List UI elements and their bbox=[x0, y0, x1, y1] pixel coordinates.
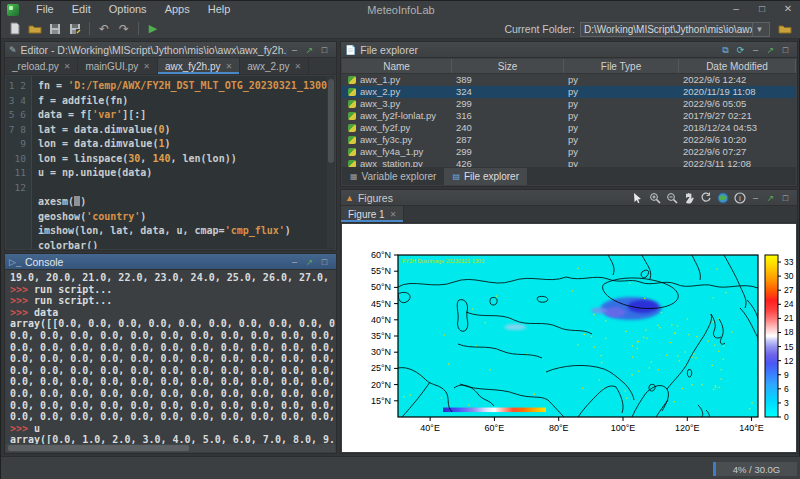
zoom-out-icon[interactable] bbox=[663, 191, 680, 205]
info-icon[interactable]: i bbox=[731, 191, 748, 205]
colorbar-tick-label: 15 bbox=[784, 342, 794, 352]
refresh-icon[interactable]: ⟳ bbox=[733, 43, 748, 57]
console-panel: ▷_ Console – ↗ □ 19.0, 20.0, 21.0, 22.0,… bbox=[4, 253, 337, 454]
cell-file-type: py bbox=[564, 134, 679, 146]
column-header-file-type[interactable]: File Type bbox=[564, 59, 679, 73]
table-row[interactable]: awx_1.py389py2022/9/6 12:42 bbox=[342, 74, 796, 86]
code-line: geoshow('country') bbox=[38, 210, 335, 225]
table-row[interactable]: awx_fy2f-lonlat.py316py2017/9/27 02:21 bbox=[342, 110, 796, 122]
cursor-icon[interactable] bbox=[629, 191, 646, 205]
cell-date-modified: 2022/9/6 10:20 bbox=[679, 134, 796, 146]
code-line: lat = data.dimvalue(0) bbox=[38, 123, 335, 138]
window-minimize-icon[interactable]: – bbox=[723, 1, 749, 19]
console-line: 0.0, 0.0, 0.0, 0.0, 0.0, 0.0, 0.0, 0.0, … bbox=[10, 342, 335, 354]
table-row[interactable]: awx_2.py324py2020/11/19 11:08 bbox=[342, 86, 796, 98]
python-file-icon bbox=[348, 148, 356, 156]
console-output[interactable]: 19.0, 20.0, 21.0, 22.0, 23.0, 24.0, 25.0… bbox=[6, 271, 335, 444]
pan-hand-icon[interactable] bbox=[680, 191, 697, 205]
menu-apps[interactable]: Apps bbox=[156, 1, 199, 19]
panel-maximize-icon[interactable]: □ bbox=[317, 255, 332, 269]
editor-tab-awx_fy2h.py[interactable]: awx_fy2h.py✕ bbox=[158, 58, 240, 74]
code-line: axesm() bbox=[38, 195, 335, 210]
panel-minimize-icon[interactable]: – bbox=[748, 43, 763, 57]
console-line: 0.0, 0.0, 0.0, 0.0, 0.0, 0.0, 0.0, 0.0, … bbox=[10, 388, 335, 400]
redo-button[interactable]: ↷ bbox=[114, 20, 134, 37]
explorer-dock-tabs: ▦Variable explorer▤File explorer bbox=[342, 167, 796, 185]
column-header-size[interactable]: Size bbox=[452, 59, 564, 73]
globe-icon[interactable] bbox=[714, 191, 731, 205]
figure-annotation: FY2H DustImage 20230321 1300 bbox=[402, 258, 484, 264]
cell-size: 299 bbox=[452, 146, 564, 158]
status-bar: 4% / 30.0G bbox=[1, 456, 800, 479]
scrollbar-thumb[interactable] bbox=[328, 79, 334, 163]
menu-file[interactable]: File bbox=[27, 1, 63, 19]
table-row[interactable]: awx_fy3c.py287py2022/9/6 10:20 bbox=[342, 134, 796, 146]
panel-maximize-icon[interactable]: □ bbox=[317, 43, 332, 57]
tab-label: _reload.py bbox=[12, 61, 59, 72]
y-tick-label: 20°N bbox=[371, 380, 391, 390]
table-row[interactable]: awx_3.py299py2022/9/6 05:05 bbox=[342, 98, 796, 110]
close-icon[interactable]: ✕ bbox=[143, 62, 150, 71]
open-folder-icon bbox=[28, 23, 42, 35]
dock-tab-variable-explorer[interactable]: ▦Variable explorer bbox=[342, 168, 444, 185]
panel-minimize-icon[interactable]: – bbox=[287, 43, 302, 57]
dock-tab-file-explorer[interactable]: ▤File explorer bbox=[444, 168, 527, 185]
editor-tab-awx_2.py[interactable]: awx_2.py✕ bbox=[240, 58, 309, 74]
close-icon[interactable]: ✕ bbox=[294, 62, 301, 71]
python-file-icon bbox=[348, 124, 356, 132]
chevron-down-icon[interactable]: ▼ bbox=[752, 23, 766, 36]
window-close-icon[interactable]: ✕ bbox=[775, 1, 800, 19]
scrollbar-thumb[interactable] bbox=[8, 445, 189, 451]
editor-tab-mainGUI.py[interactable]: mainGUI.py✕ bbox=[78, 58, 158, 74]
save-as-button[interactable] bbox=[65, 20, 85, 37]
figure-canvas[interactable]: FY2H DustImage 20230321 130040°E60°E80°E… bbox=[342, 224, 796, 452]
console-horizontal-scrollbar[interactable] bbox=[6, 444, 335, 452]
panel-maximize-icon[interactable]: □ bbox=[778, 43, 793, 57]
undo-button[interactable]: ↶ bbox=[94, 20, 114, 37]
svg-text:i: i bbox=[739, 194, 741, 203]
new-file-button[interactable] bbox=[5, 20, 25, 37]
close-icon[interactable]: ✕ bbox=[226, 62, 233, 71]
current-folder-combobox[interactable]: D:\Working\MIScript\Jython\mis\io\awx ▼ bbox=[580, 22, 770, 37]
figure-tab-figure-1[interactable]: Figure 1✕ bbox=[341, 206, 404, 222]
x-tick-label: 40°E bbox=[420, 423, 440, 433]
window-maximize-icon[interactable]: □ bbox=[749, 1, 775, 19]
panel-popout-icon[interactable]: ↗ bbox=[302, 255, 317, 269]
menu-options[interactable]: Options bbox=[100, 1, 156, 19]
close-icon[interactable]: ✕ bbox=[64, 62, 71, 71]
rotate-icon[interactable] bbox=[697, 191, 714, 205]
close-icon[interactable]: ✕ bbox=[390, 210, 397, 219]
panel-minimize-icon[interactable]: – bbox=[748, 191, 763, 205]
save-button[interactable] bbox=[45, 20, 65, 37]
cell-size: 299 bbox=[452, 98, 564, 110]
file-table: NameSizeFile TypeDate Modified awx_1.py3… bbox=[342, 59, 796, 170]
editor-vertical-scrollbar[interactable] bbox=[327, 77, 335, 248]
open-folder-button[interactable] bbox=[25, 20, 45, 37]
file-icon: 📄 bbox=[345, 45, 356, 55]
x-tick-label: 60°E bbox=[485, 423, 505, 433]
editor-tab-_reload.py[interactable]: _reload.py✕ bbox=[5, 58, 78, 74]
menu-edit[interactable]: Edit bbox=[63, 1, 100, 19]
x-tick-label: 140°E bbox=[739, 423, 764, 433]
panel-minimize-icon[interactable]: – bbox=[287, 255, 302, 269]
current-folder-group: Current Folder: D:\Working\MIScript\Jyth… bbox=[504, 21, 795, 37]
code-text[interactable]: fn = 'D:/Temp/AWX/FY2H_DST_MLT_OTG_20230… bbox=[32, 76, 335, 249]
editor-tab-strip: _reload.py✕mainGUI.py✕awx_fy2h.py✕awx_2.… bbox=[5, 58, 336, 75]
zoom-in-icon[interactable] bbox=[646, 191, 663, 205]
column-header-name[interactable]: Name bbox=[342, 59, 452, 73]
table-row[interactable]: awx_fy2f.py240py2018/12/24 04:53 bbox=[342, 122, 796, 134]
code-line: data = f['var'][:] bbox=[38, 108, 335, 123]
panel-popout-icon[interactable]: ↗ bbox=[763, 191, 778, 205]
new-file-icon[interactable]: ⧉ bbox=[718, 43, 733, 57]
panel-maximize-icon[interactable]: □ bbox=[778, 191, 793, 205]
table-row[interactable]: awx_fy4a_1.py299py2022/9/6 07:27 bbox=[342, 146, 796, 158]
menu-help[interactable]: Help bbox=[199, 1, 240, 19]
browse-folder-button[interactable] bbox=[775, 21, 795, 38]
code-editor[interactable]: 1 2 3 4 5 6 7 8 9 10 11 12 fn = 'D:/Temp… bbox=[6, 76, 335, 249]
panel-popout-icon[interactable]: ↗ bbox=[302, 43, 317, 57]
panel-popout-icon[interactable]: ↗ bbox=[763, 43, 778, 57]
column-header-date-modified[interactable]: Date Modified bbox=[679, 59, 796, 73]
run-script-button[interactable]: ▶ bbox=[143, 20, 163, 37]
console-line: 0.0, 0.0, 0.0, 0.0, 0.0, 0.0, 0.0, 0.0, … bbox=[10, 365, 335, 377]
y-tick-label: 60°N bbox=[371, 250, 391, 260]
